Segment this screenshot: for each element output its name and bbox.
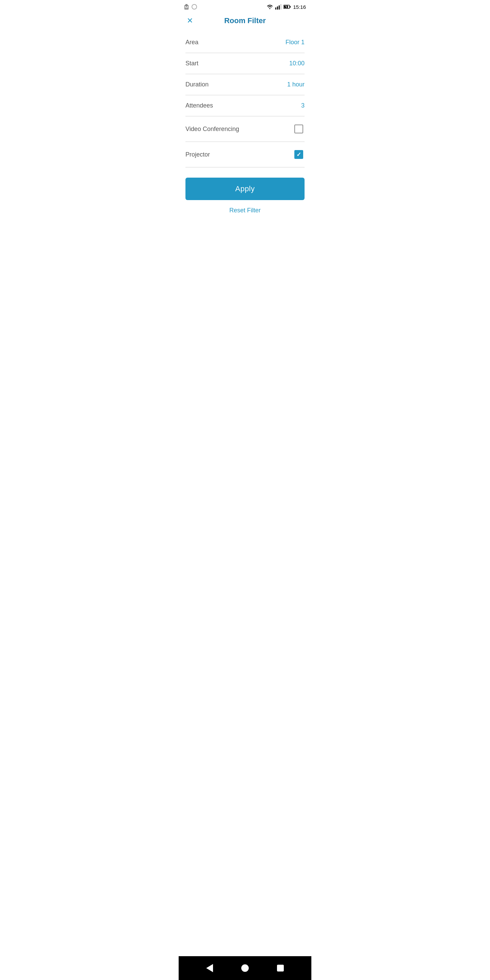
home-icon — [241, 964, 249, 972]
page-header: ✕ Room Filter — [179, 12, 311, 29]
svg-rect-7 — [277, 6, 278, 10]
filter-list: Area Floor 1 Start 10:00 Duration 1 hour… — [179, 32, 311, 167]
wifi-icon — [266, 4, 273, 10]
svg-rect-11 — [290, 6, 291, 8]
reset-filter-button[interactable]: Reset Filter — [185, 202, 305, 220]
bottom-nav-bar — [179, 956, 311, 980]
signal-icon — [275, 4, 282, 10]
page-title: Room Filter — [224, 16, 266, 25]
svg-rect-9 — [280, 4, 282, 10]
svg-rect-2 — [185, 6, 186, 7]
filter-label-area: Area — [185, 39, 198, 46]
battery-icon — [283, 5, 291, 9]
filter-value-start: 10:00 — [289, 60, 305, 67]
filter-row-video-conferencing[interactable]: Video Conferencing — [185, 116, 305, 142]
home-button[interactable] — [241, 964, 249, 972]
recents-button[interactable] — [277, 965, 284, 972]
status-bar: 15:16 — [179, 0, 311, 12]
svg-rect-3 — [187, 6, 188, 7]
circle-icon — [192, 4, 197, 10]
filter-row-attendees[interactable]: Attendees 3 — [185, 95, 305, 116]
button-section: Apply Reset Filter — [179, 167, 311, 223]
filter-label-start: Start — [185, 60, 198, 67]
filter-row-area[interactable]: Area Floor 1 — [185, 32, 305, 53]
svg-rect-8 — [279, 5, 280, 10]
svg-rect-4 — [185, 8, 188, 8]
svg-rect-0 — [185, 5, 189, 10]
filter-value-duration: 1 hour — [287, 81, 305, 88]
filter-label-video-conferencing: Video Conferencing — [185, 126, 239, 133]
filter-row-duration[interactable]: Duration 1 hour — [185, 74, 305, 95]
filter-label-projector: Projector — [185, 151, 210, 158]
back-icon — [206, 964, 213, 972]
svg-point-5 — [192, 5, 197, 9]
filter-label-duration: Duration — [185, 81, 208, 88]
filter-value-attendees: 3 — [301, 102, 305, 109]
video-conferencing-checkbox[interactable] — [293, 123, 305, 135]
status-time: 15:16 — [293, 4, 306, 10]
status-left-icons — [184, 4, 197, 10]
recents-icon — [277, 965, 284, 972]
projector-checkbox[interactable]: ✓ — [293, 149, 305, 160]
filter-label-attendees: Attendees — [185, 102, 213, 109]
back-button[interactable] — [206, 964, 213, 972]
close-icon: ✕ — [187, 16, 193, 25]
checkmark-icon: ✓ — [296, 152, 301, 158]
apply-button[interactable]: Apply — [185, 178, 305, 200]
sim-icon — [184, 4, 189, 10]
svg-rect-1 — [185, 4, 188, 5]
filter-row-projector[interactable]: Projector ✓ — [185, 142, 305, 167]
status-right-icons: 15:16 — [266, 4, 306, 10]
checkbox-checked-icon: ✓ — [294, 150, 303, 159]
close-button[interactable]: ✕ — [185, 15, 194, 27]
filter-value-area: Floor 1 — [285, 39, 305, 46]
checkbox-unchecked-icon — [294, 124, 303, 134]
filter-row-start[interactable]: Start 10:00 — [185, 53, 305, 74]
svg-rect-6 — [275, 8, 276, 10]
